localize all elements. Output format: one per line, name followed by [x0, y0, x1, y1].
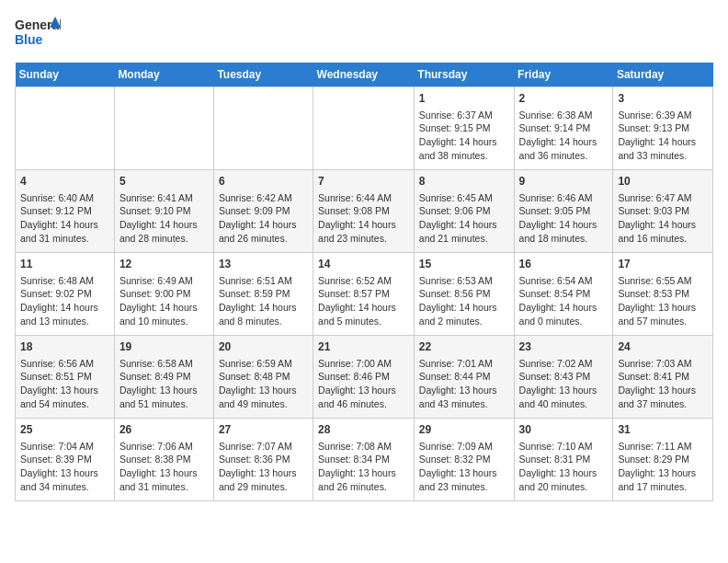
day-info: Sunrise: 6:47 AM Sunset: 9:03 PM Dayligh… [618, 191, 708, 246]
day-number: 18 [20, 339, 109, 355]
day-number: 6 [219, 174, 308, 190]
weekday-header-tuesday: Tuesday [213, 63, 313, 87]
week-row-2: 4Sunrise: 6:40 AM Sunset: 9:12 PM Daylig… [16, 170, 713, 253]
calendar-cell: 8Sunrise: 6:45 AM Sunset: 9:06 PM Daylig… [414, 170, 514, 253]
day-info: Sunrise: 7:06 AM Sunset: 8:38 PM Dayligh… [119, 440, 209, 494]
day-info: Sunrise: 7:11 AM Sunset: 8:29 PM Dayligh… [618, 440, 708, 494]
logo: General Blue [15, 15, 61, 52]
day-info: Sunrise: 7:02 AM Sunset: 8:43 PM Dayligh… [519, 357, 609, 411]
day-number: 15 [419, 257, 509, 272]
day-info: Sunrise: 6:42 AM Sunset: 9:09 PM Dayligh… [219, 191, 308, 246]
day-number: 31 [618, 422, 708, 438]
week-row-1: 1Sunrise: 6:37 AM Sunset: 9:15 PM Daylig… [16, 87, 713, 170]
calendar-table: SundayMondayTuesdayWednesdayThursdayFrid… [15, 63, 713, 501]
week-row-3: 11Sunrise: 6:48 AM Sunset: 9:02 PM Dayli… [16, 253, 713, 336]
weekday-header-monday: Monday [114, 63, 213, 87]
day-number: 29 [419, 422, 509, 438]
calendar-cell: 25Sunrise: 7:04 AM Sunset: 8:39 PM Dayli… [16, 419, 115, 501]
day-number: 26 [119, 422, 209, 438]
day-number: 23 [519, 339, 609, 355]
header: General Blue [15, 15, 713, 52]
calendar-cell: 5Sunrise: 6:41 AM Sunset: 9:10 PM Daylig… [114, 170, 213, 253]
calendar-cell: 23Sunrise: 7:02 AM Sunset: 8:43 PM Dayli… [514, 336, 613, 419]
day-info: Sunrise: 7:09 AM Sunset: 8:32 PM Dayligh… [419, 440, 509, 494]
calendar-cell [16, 87, 115, 170]
day-info: Sunrise: 7:04 AM Sunset: 8:39 PM Dayligh… [20, 440, 109, 494]
day-info: Sunrise: 6:46 AM Sunset: 9:05 PM Dayligh… [519, 191, 609, 246]
calendar-cell: 19Sunrise: 6:58 AM Sunset: 8:49 PM Dayli… [114, 336, 213, 419]
day-number: 1 [419, 91, 509, 107]
day-number: 13 [219, 257, 308, 272]
day-number: 5 [119, 174, 209, 190]
day-number: 3 [618, 91, 708, 107]
calendar-cell: 1Sunrise: 6:37 AM Sunset: 9:15 PM Daylig… [414, 87, 514, 170]
calendar-cell: 6Sunrise: 6:42 AM Sunset: 9:09 PM Daylig… [213, 170, 313, 253]
calendar-cell: 9Sunrise: 6:46 AM Sunset: 9:05 PM Daylig… [514, 170, 613, 253]
day-number: 30 [519, 422, 609, 438]
calendar-cell: 28Sunrise: 7:08 AM Sunset: 8:34 PM Dayli… [313, 419, 415, 501]
day-info: Sunrise: 6:48 AM Sunset: 9:02 PM Dayligh… [20, 274, 109, 328]
day-info: Sunrise: 6:54 AM Sunset: 8:54 PM Dayligh… [519, 274, 609, 328]
day-number: 14 [318, 257, 409, 272]
day-number: 20 [219, 339, 308, 355]
svg-text:Blue: Blue [15, 32, 43, 47]
day-info: Sunrise: 6:53 AM Sunset: 8:56 PM Dayligh… [419, 274, 509, 328]
day-info: Sunrise: 6:41 AM Sunset: 9:10 PM Dayligh… [119, 191, 209, 246]
day-number: 27 [219, 422, 308, 438]
day-info: Sunrise: 6:38 AM Sunset: 9:14 PM Dayligh… [519, 109, 609, 163]
calendar-cell: 16Sunrise: 6:54 AM Sunset: 8:54 PM Dayli… [514, 253, 613, 336]
weekday-header-friday: Friday [514, 63, 613, 87]
calendar-cell: 24Sunrise: 7:03 AM Sunset: 8:41 PM Dayli… [613, 336, 713, 419]
calendar-cell: 3Sunrise: 6:39 AM Sunset: 9:13 PM Daylig… [613, 87, 713, 170]
weekday-header-thursday: Thursday [414, 63, 514, 87]
day-info: Sunrise: 6:52 AM Sunset: 8:57 PM Dayligh… [318, 274, 409, 328]
day-number: 19 [119, 339, 209, 355]
calendar-cell: 14Sunrise: 6:52 AM Sunset: 8:57 PM Dayli… [313, 253, 415, 336]
day-info: Sunrise: 7:08 AM Sunset: 8:34 PM Dayligh… [318, 440, 409, 494]
calendar-cell: 31Sunrise: 7:11 AM Sunset: 8:29 PM Dayli… [613, 419, 713, 501]
day-info: Sunrise: 6:59 AM Sunset: 8:48 PM Dayligh… [219, 357, 308, 411]
logo-svg: General Blue [15, 15, 61, 52]
day-info: Sunrise: 6:37 AM Sunset: 9:15 PM Dayligh… [419, 109, 509, 163]
calendar-cell: 10Sunrise: 6:47 AM Sunset: 9:03 PM Dayli… [613, 170, 713, 253]
day-info: Sunrise: 6:49 AM Sunset: 9:00 PM Dayligh… [119, 274, 209, 328]
day-number: 16 [519, 257, 609, 272]
day-number: 17 [618, 257, 708, 272]
day-info: Sunrise: 7:01 AM Sunset: 8:44 PM Dayligh… [419, 357, 509, 411]
day-number: 10 [618, 174, 708, 190]
day-number: 25 [20, 422, 109, 438]
calendar-cell: 22Sunrise: 7:01 AM Sunset: 8:44 PM Dayli… [414, 336, 514, 419]
calendar-cell: 12Sunrise: 6:49 AM Sunset: 9:00 PM Dayli… [114, 253, 213, 336]
day-info: Sunrise: 6:39 AM Sunset: 9:13 PM Dayligh… [618, 109, 708, 163]
day-info: Sunrise: 6:51 AM Sunset: 8:59 PM Dayligh… [219, 274, 308, 328]
day-number: 12 [119, 257, 209, 272]
calendar-cell [114, 87, 213, 170]
day-number: 21 [318, 339, 409, 355]
day-info: Sunrise: 6:45 AM Sunset: 9:06 PM Dayligh… [419, 191, 509, 246]
day-number: 2 [519, 91, 609, 107]
calendar-cell: 29Sunrise: 7:09 AM Sunset: 8:32 PM Dayli… [414, 419, 514, 501]
calendar-cell: 15Sunrise: 6:53 AM Sunset: 8:56 PM Dayli… [414, 253, 514, 336]
weekday-header-sunday: Sunday [16, 63, 115, 87]
calendar-cell: 26Sunrise: 7:06 AM Sunset: 8:38 PM Dayli… [114, 419, 213, 501]
day-number: 4 [20, 174, 109, 190]
day-number: 8 [419, 174, 509, 190]
weekday-header-saturday: Saturday [613, 63, 713, 87]
day-info: Sunrise: 6:56 AM Sunset: 8:51 PM Dayligh… [20, 357, 109, 411]
day-info: Sunrise: 7:10 AM Sunset: 8:31 PM Dayligh… [519, 440, 609, 494]
day-info: Sunrise: 6:55 AM Sunset: 8:53 PM Dayligh… [618, 274, 708, 328]
calendar-cell: 2Sunrise: 6:38 AM Sunset: 9:14 PM Daylig… [514, 87, 613, 170]
calendar-cell: 21Sunrise: 7:00 AM Sunset: 8:46 PM Dayli… [313, 336, 415, 419]
day-number: 9 [519, 174, 609, 190]
day-number: 28 [318, 422, 409, 438]
calendar-cell: 7Sunrise: 6:44 AM Sunset: 9:08 PM Daylig… [313, 170, 415, 253]
week-row-5: 25Sunrise: 7:04 AM Sunset: 8:39 PM Dayli… [16, 419, 713, 501]
day-info: Sunrise: 6:58 AM Sunset: 8:49 PM Dayligh… [119, 357, 209, 411]
day-number: 7 [318, 174, 409, 190]
calendar-cell [313, 87, 415, 170]
calendar-cell: 4Sunrise: 6:40 AM Sunset: 9:12 PM Daylig… [16, 170, 115, 253]
calendar-cell: 30Sunrise: 7:10 AM Sunset: 8:31 PM Dayli… [514, 419, 613, 501]
weekday-header-wednesday: Wednesday [313, 63, 415, 87]
weekday-header-row: SundayMondayTuesdayWednesdayThursdayFrid… [16, 63, 713, 87]
day-info: Sunrise: 7:03 AM Sunset: 8:41 PM Dayligh… [618, 357, 708, 411]
